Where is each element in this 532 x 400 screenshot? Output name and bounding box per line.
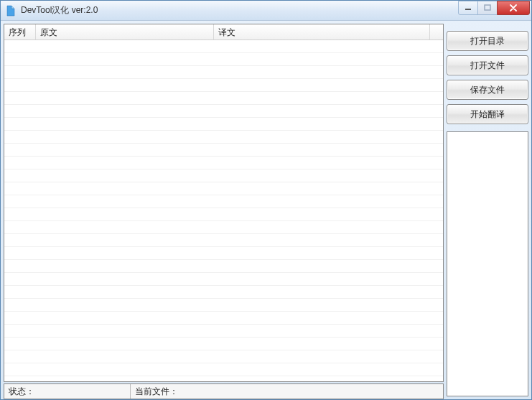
- col-spacer: [430, 24, 443, 39]
- window-controls: [459, 1, 530, 15]
- table-row[interactable]: [4, 118, 443, 131]
- table-row[interactable]: [4, 260, 443, 273]
- table-row[interactable]: [4, 234, 443, 247]
- table-row[interactable]: [4, 157, 443, 169]
- table-row[interactable]: [4, 182, 443, 195]
- table-row[interactable]: [4, 195, 443, 208]
- table-row[interactable]: [4, 79, 443, 92]
- save-file-button[interactable]: 保存文件: [447, 80, 528, 100]
- side-panel: 打开目录 打开文件 保存文件 开始翻译: [447, 24, 528, 399]
- table-row[interactable]: [4, 131, 443, 144]
- col-original[interactable]: 原文: [36, 24, 214, 39]
- table-row[interactable]: [4, 169, 443, 182]
- table-row[interactable]: [4, 286, 443, 299]
- table-row[interactable]: [4, 221, 443, 234]
- table-row[interactable]: [4, 144, 443, 157]
- table-row[interactable]: [4, 105, 443, 118]
- status-file-label: 当前文件：: [135, 386, 178, 398]
- svg-rect-0: [465, 9, 471, 10]
- status-current-file: 当前文件：: [131, 384, 443, 399]
- table-row[interactable]: [4, 299, 443, 312]
- app-window: DevTool汉化 ver:2.0 序列 原文 译文: [0, 0, 532, 400]
- app-icon: [5, 5, 17, 17]
- table-row[interactable]: [4, 363, 443, 376]
- svg-rect-1: [485, 5, 490, 10]
- listview-header: 序列 原文 译文: [4, 24, 443, 40]
- table-row[interactable]: [4, 325, 443, 338]
- minimize-button[interactable]: [458, 1, 478, 15]
- table-row[interactable]: [4, 53, 443, 66]
- col-seq[interactable]: 序列: [4, 24, 36, 39]
- table-row[interactable]: [4, 273, 443, 286]
- maximize-button[interactable]: [477, 1, 498, 15]
- main-panel: 序列 原文 译文 状态： 当前文件：: [4, 24, 444, 399]
- client-area: 序列 原文 译文 状态： 当前文件： 打开目录 打开文件: [1, 21, 531, 399]
- table-row[interactable]: [4, 40, 443, 53]
- listview-body[interactable]: [4, 40, 443, 381]
- table-row[interactable]: [4, 208, 443, 221]
- table-row[interactable]: [4, 312, 443, 325]
- table-row[interactable]: [4, 247, 443, 260]
- table-row[interactable]: [4, 92, 443, 105]
- translation-listview[interactable]: 序列 原文 译文: [4, 24, 444, 382]
- status-state: 状态：: [4, 384, 131, 399]
- table-row[interactable]: [4, 350, 443, 363]
- start-translate-button[interactable]: 开始翻译: [447, 104, 528, 124]
- close-button[interactable]: [497, 1, 530, 15]
- col-translated[interactable]: 译文: [214, 24, 430, 39]
- table-row[interactable]: [4, 376, 443, 381]
- statusbar: 状态： 当前文件：: [4, 383, 444, 399]
- log-box[interactable]: [447, 131, 528, 396]
- open-file-button[interactable]: 打开文件: [447, 55, 528, 75]
- table-row[interactable]: [4, 66, 443, 79]
- open-dir-button[interactable]: 打开目录: [447, 31, 528, 51]
- titlebar[interactable]: DevTool汉化 ver:2.0: [1, 1, 531, 21]
- status-state-label: 状态：: [9, 386, 34, 398]
- table-row[interactable]: [4, 338, 443, 350]
- window-title: DevTool汉化 ver:2.0: [21, 4, 459, 17]
